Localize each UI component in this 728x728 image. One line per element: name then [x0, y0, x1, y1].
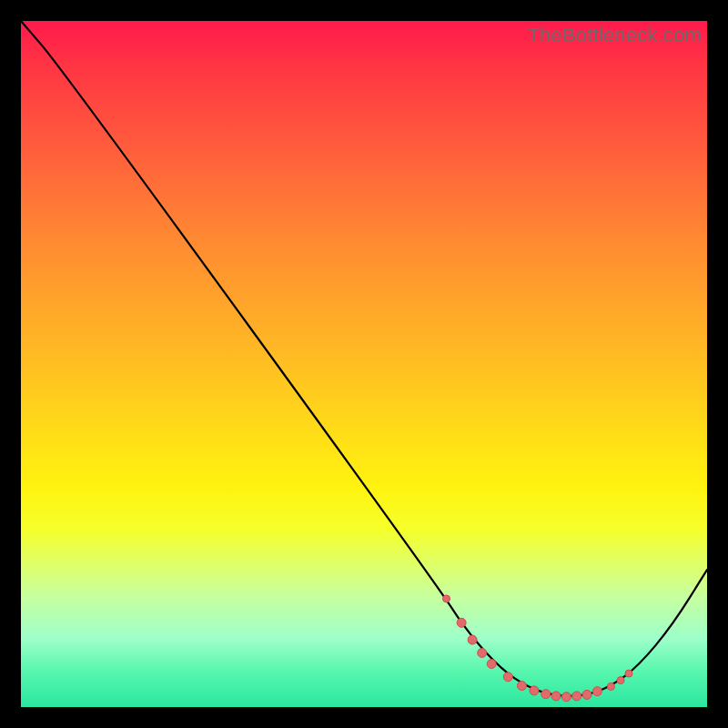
chart-svg: [21, 21, 707, 707]
highlight-dot: [468, 635, 477, 644]
highlight-dot: [607, 682, 614, 690]
highlight-dot: [487, 660, 496, 669]
bottleneck-curve: [21, 21, 707, 696]
highlight-dots-group: [443, 595, 633, 702]
plot-area: TheBottleneck.com: [21, 21, 707, 707]
highlight-dot: [443, 595, 450, 602]
highlight-dot: [592, 687, 602, 696]
highlight-dot: [530, 686, 539, 695]
highlight-dot: [503, 672, 512, 682]
highlight-dot: [457, 618, 466, 627]
highlight-dot: [551, 692, 561, 701]
highlight-dot: [572, 692, 581, 701]
highlight-dot: [625, 670, 632, 677]
highlight-dot: [478, 648, 487, 657]
highlight-dot: [541, 690, 551, 699]
chart-stage: TheBottleneck.com: [0, 0, 728, 728]
highlight-dot: [582, 690, 592, 699]
highlight-dot: [561, 693, 571, 702]
highlight-dot: [617, 677, 624, 684]
highlight-dot: [517, 682, 526, 691]
